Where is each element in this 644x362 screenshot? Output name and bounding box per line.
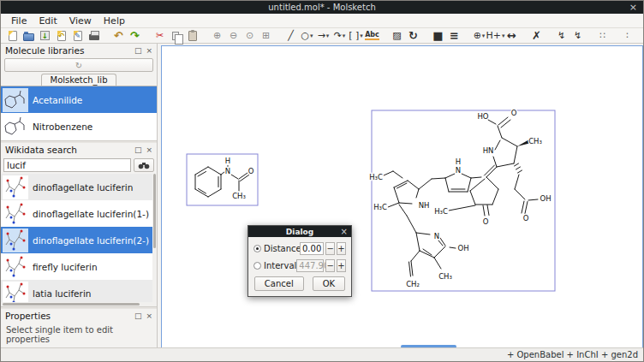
atom-label: HO [477,112,488,121]
drawing-canvas[interactable]: HNOCH₃ HOOCH₃HNHNH₃CH₃CNHH₃COOHONOHCH₃CH… [161,45,643,349]
lasso-selection-button[interactable]: ▨ [390,29,404,43]
properties-message: Select single item to edit properties [1,323,157,347]
interval-minus-button[interactable]: − [325,259,335,272]
atom-label: CH₃ [438,272,452,281]
draw-bond-button[interactable]: ╱ [283,29,298,43]
wd-item-dinoflagellate-luciferin-1[interactable]: dinoflagellate luciferin(1-) [1,200,157,227]
libraries-dock-title: Molecule libraries [5,45,84,56]
save-button[interactable]: ↓ [38,29,52,43]
redo-icon: ↷ [130,30,140,41]
export-button[interactable]: ✎ [70,29,85,43]
wikidata-search-input[interactable] [3,158,131,172]
atom-label: H [225,157,230,165]
menu-view[interactable]: View [63,15,98,27]
close-panel-icon[interactable]: × [146,146,152,154]
distance-radio[interactable] [253,245,261,252]
curved-arrow-icon: ↷ [334,31,342,40]
reaction-arrow-icon: → [318,31,325,40]
properties-dock-header: Properties □ × [1,309,157,323]
wd-item-label: dinoflagellate luciferin(2-) [33,235,149,246]
cut-button[interactable]: ✂ [152,29,167,43]
zoom-fit-button[interactable]: ⊞ [259,29,273,43]
molecule-dinoflagellate-luciferin[interactable]: HOOCH₃HNHNH₃CH₃CNHH₃COOHONOHCH₃CH₂ [369,109,555,291]
electron-pair-1-button[interactable]: ∷ [595,29,610,43]
paste-button[interactable] [185,29,200,43]
charge-button[interactable]: ⊕▾ [472,29,486,43]
wd-item-dinoflagellate-luciferin[interactable]: dinoflagellate luciferin [1,174,157,200]
library-reload-button[interactable]: ↻ [4,58,153,72]
reload-icon: ↻ [75,61,82,70]
wd-item-dinoflagellate-luciferin-2[interactable]: dinoflagellate luciferin(2-) [1,227,157,253]
float-panel-icon[interactable]: □ [134,146,142,154]
wd-item-firefly-luciferin[interactable]: firefly luciferin [1,253,157,280]
window-close-icon[interactable]: × [629,1,637,14]
atom-label: CH₂ [406,280,420,288]
zoom-original-button[interactable]: ⊙ [242,29,257,43]
undo-button[interactable]: ↶ [111,29,126,43]
redo-button[interactable]: ↷ [128,29,142,43]
dialog-close-icon[interactable]: × [341,227,348,236]
hydrogen-icon: H+ [486,31,502,40]
close-panel-icon[interactable]: × [146,47,152,55]
interval-value-input[interactable]: 447.90 [296,259,324,272]
molecule-thumbnail [3,228,28,252]
atom-label: H [456,157,461,166]
binoculars-icon [138,162,150,169]
paste-icon [188,31,197,41]
atom-label: O [248,167,254,175]
open-file-button[interactable] [21,29,36,43]
distance-minus-button[interactable]: − [325,242,335,255]
flip-horizontal-button[interactable]: ↔ [504,29,519,43]
distance-value-input[interactable]: 0.00 [300,242,324,255]
color-swatch-button[interactable]: ■ [431,29,445,43]
insert-ring-icon: ○ [301,31,309,40]
list-vertical-scrollbar[interactable] [152,174,157,302]
list-horizontal-scrollbar[interactable] [1,302,157,306]
interval-plus-button[interactable]: + [337,259,346,272]
mechanism-arrow-1-button[interactable]: ↯ [554,29,569,43]
library-item-acetanilide[interactable]: Acetanilide [1,86,157,113]
insert-ring-button[interactable]: ○▾ [300,29,314,43]
close-panel-icon[interactable]: × [146,312,152,320]
zoom-in-button[interactable]: ⊕ [210,29,224,43]
molecule-thumbnail [3,175,28,199]
draw-bond-icon: ╱ [288,31,294,40]
status-text: + OpenBabel + InChI + gen2d [507,350,638,359]
text-tool-button[interactable]: Abc [365,29,379,43]
menu-file[interactable]: File [5,15,33,27]
delete-button[interactable]: ✗ [529,29,544,43]
copy-button[interactable] [169,29,183,43]
molecule-acetanilide[interactable]: HNOCH₃ [187,154,258,205]
menu-help[interactable]: Help [98,15,131,27]
save-as-button[interactable]: ↶ [54,29,69,43]
float-panel-icon[interactable]: □ [134,47,142,55]
bracket-button[interactable]: [ ]▾ [349,29,363,43]
interval-radio[interactable] [253,262,261,270]
wd-item-latia-luciferin[interactable]: latia luciferin [1,280,157,302]
tab-molsketch-lib[interactable]: Molsketch_lib [41,74,117,86]
electron-pair-2-button[interactable]: ∶ [620,29,635,43]
line-width-button[interactable]: ≡ [447,29,462,43]
library-item-nitrobenzene[interactable]: Nitrobenzene [1,113,157,139]
menu-edit[interactable]: Edit [33,15,63,27]
open-file-icon [23,33,34,41]
search-button[interactable] [134,158,154,172]
molecule-thumbnail [3,255,28,279]
new-file-button[interactable] [5,29,20,43]
curved-arrow-button[interactable]: ↷▾ [332,29,347,43]
float-panel-icon[interactable]: □ [134,312,142,320]
reaction-arrow-button[interactable]: →▾ [316,29,331,43]
library-list: AcetanilideNitrobenzene [1,86,157,140]
zoom-in-icon: ⊕ [213,31,221,40]
wd-item-label: latia luciferin [33,288,91,299]
print-button[interactable] [86,29,101,43]
dialog-title-bar[interactable]: Dialog × [248,226,351,237]
mechanism-arrow-2-button[interactable]: ↯ [570,29,585,43]
rotate-button[interactable]: ↻ [406,29,420,43]
cut-icon: ✂ [156,31,164,40]
hydrogen-button[interactable]: H+▾ [488,29,503,43]
cancel-button[interactable]: Cancel [254,276,304,291]
zoom-out-button[interactable]: ⊖ [226,29,241,43]
ok-button[interactable]: OK [313,276,345,291]
distance-plus-button[interactable]: + [337,242,346,255]
